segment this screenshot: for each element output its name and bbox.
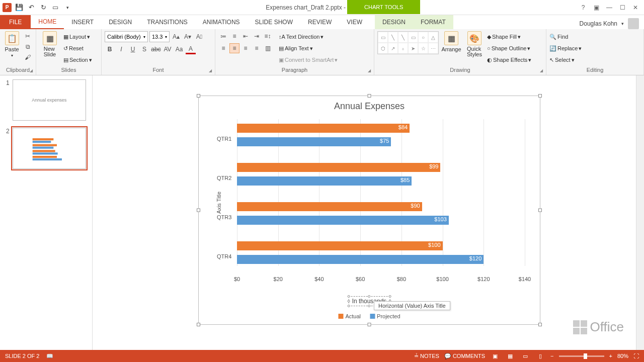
tab-chart-format[interactable]: FORMAT (413, 15, 453, 29)
cut-icon[interactable]: ✂ (23, 31, 33, 41)
columns-icon[interactable]: ▥ (263, 43, 273, 53)
zoom-in-button[interactable]: + (609, 353, 612, 359)
numbering-icon[interactable]: ≡ (229, 31, 239, 41)
select-button[interactable]: ↖ Select ▾ (549, 54, 582, 65)
reset-button[interactable]: ↺ Reset (63, 43, 92, 54)
save-icon[interactable]: 💾 (14, 3, 24, 13)
launcher-icon[interactable]: ◢ (30, 68, 33, 73)
close-icon[interactable]: ✕ (630, 3, 641, 13)
start-slideshow-icon[interactable]: ▭ (50, 3, 60, 13)
slideshow-view-icon[interactable]: ▯ (535, 352, 545, 360)
launcher-icon[interactable]: ◢ (540, 68, 543, 73)
avatar[interactable] (628, 18, 639, 29)
maximize-icon[interactable]: ☐ (617, 3, 628, 13)
qat-dropdown-icon[interactable]: ▾ (62, 3, 72, 13)
tab-animations[interactable]: ANIMATIONS (195, 15, 248, 29)
user-name[interactable]: Douglas Kohn (580, 20, 617, 27)
char-spacing-icon[interactable]: AV (163, 44, 173, 54)
ribbon-options-icon[interactable]: ▣ (591, 3, 602, 13)
align-right-icon[interactable]: ≡ (240, 43, 251, 53)
chart-legend[interactable]: Actual Projected (338, 313, 400, 319)
vertical-scrollbar[interactable] (636, 75, 644, 350)
shape-outline-button[interactable]: ○ Shape Outline ▾ (487, 43, 531, 54)
zoom-slider[interactable] (559, 355, 604, 357)
align-text-button[interactable]: ▤ Align Text ▾ (279, 43, 338, 54)
shape-fill-button[interactable]: ◆ Shape Fill ▾ (487, 31, 531, 42)
align-center-icon[interactable]: ≡ (229, 43, 239, 53)
font-size-input[interactable]: 13.3▾ (149, 31, 170, 42)
strike-button[interactable]: abc (151, 44, 161, 54)
decrease-indent-icon[interactable]: ⇤ (240, 31, 251, 41)
underline-button[interactable]: U (128, 44, 138, 54)
x-axis[interactable]: $0$20$40$60$80$100$120$140 (237, 276, 525, 286)
slide-thumbnail-2[interactable] (13, 128, 86, 169)
italic-button[interactable]: I (116, 44, 126, 54)
bar-actual[interactable]: $84 (237, 124, 410, 133)
tab-slideshow[interactable]: SLIDE SHOW (248, 15, 300, 29)
minimize-icon[interactable]: — (604, 3, 615, 13)
font-color-icon[interactable]: A (186, 44, 196, 54)
new-slide-button[interactable]: ▦New Slide (39, 31, 60, 57)
plot-area[interactable]: QTR1$84$75QTR2$99$85QTR3$90$103QTR4$100$… (237, 119, 525, 276)
tab-review[interactable]: REVIEW (300, 15, 339, 29)
tab-transitions[interactable]: TRANSITIONS (139, 15, 195, 29)
line-spacing-icon[interactable]: ≡↕ (263, 31, 273, 41)
tab-chart-design[interactable]: DESIGN (375, 15, 413, 29)
tab-design[interactable]: DESIGN (101, 15, 139, 29)
shadow-button[interactable]: S (139, 44, 149, 54)
arrange-button[interactable]: ▦Arrange (441, 31, 462, 52)
find-button[interactable]: 🔍 Find (549, 31, 582, 42)
zoom-level[interactable]: 80% (617, 353, 628, 359)
zoom-out-button[interactable]: − (550, 353, 553, 359)
user-dropdown-icon[interactable]: ▾ (621, 21, 624, 26)
slide-thumbnail-panel[interactable]: 1 Annual expenses 2 (0, 75, 93, 350)
justify-icon[interactable]: ≡ (252, 43, 262, 53)
app-icon[interactable]: P (2, 3, 12, 13)
tab-file[interactable]: FILE (0, 15, 31, 29)
reading-view-icon[interactable]: ▭ (520, 352, 530, 360)
smartart-button[interactable]: ▣ Convert to SmartArt ▾ (279, 54, 338, 65)
change-case-icon[interactable]: Aa (174, 44, 184, 54)
shapes-gallery[interactable]: ▭╲╲▭○△ ⬡↗⬨➤☆⋯ (377, 31, 439, 54)
comments-button[interactable]: 💬 COMMENTS (444, 353, 485, 359)
align-left-icon[interactable]: ≡ (218, 43, 228, 53)
slide-indicator[interactable]: SLIDE 2 OF 2 (5, 353, 39, 359)
bar-projected[interactable]: $103 (237, 216, 449, 225)
bullets-icon[interactable]: ≔ (218, 31, 228, 41)
section-button[interactable]: ▤ Section ▾ (63, 54, 92, 65)
format-painter-icon[interactable]: 🖌 (23, 52, 33, 62)
chart-title[interactable]: Annual Expenses (199, 96, 540, 112)
font-name-input[interactable]: Calibri (Body)▾ (105, 31, 148, 42)
grow-font-icon[interactable]: A▴ (171, 32, 181, 42)
increase-indent-icon[interactable]: ⇥ (252, 31, 262, 41)
copy-icon[interactable]: ⧉ (23, 42, 33, 52)
clear-format-icon[interactable]: A⃠ (194, 32, 204, 42)
quick-styles-button[interactable]: 🎨Quick Styles (464, 31, 485, 57)
bold-button[interactable]: B (105, 44, 115, 54)
slide[interactable]: Annual Expenses Axis Title QTR1$84$75QTR… (198, 96, 540, 325)
replace-button[interactable]: 🔄 Replace ▾ (549, 43, 582, 54)
tab-view[interactable]: VIEW (339, 15, 370, 29)
launcher-icon[interactable]: ◢ (209, 68, 212, 73)
bar-projected[interactable]: $120 (237, 255, 484, 264)
tab-insert[interactable]: INSERT (64, 15, 101, 29)
chart-object[interactable]: Annual Expenses Axis Title QTR1$84$75QTR… (199, 96, 540, 324)
bar-actual[interactable]: $90 (237, 202, 422, 211)
sorter-view-icon[interactable]: ▦ (505, 352, 515, 360)
bar-actual[interactable]: $100 (237, 241, 443, 250)
fit-to-window-icon[interactable]: ⛶ (633, 353, 639, 359)
redo-icon[interactable]: ↻ (38, 3, 48, 13)
shrink-font-icon[interactable]: A▾ (183, 32, 193, 42)
slide-thumbnail-1[interactable]: Annual expenses (13, 79, 86, 121)
layout-button[interactable]: ▦ Layout ▾ (63, 31, 92, 42)
paste-button[interactable]: 📋Paste▾ (3, 31, 21, 58)
bar-actual[interactable]: $99 (237, 163, 440, 172)
spell-check-icon[interactable]: 📖 (46, 353, 53, 359)
help-icon[interactable]: ? (578, 3, 589, 13)
notes-button[interactable]: ≟ NOTES (414, 353, 439, 359)
shape-effects-button[interactable]: ◐ Shape Effects ▾ (487, 54, 531, 65)
undo-icon[interactable]: ↶ (26, 3, 36, 13)
text-direction-button[interactable]: ↕A Text Direction ▾ (279, 31, 338, 42)
y-axis-title[interactable]: Axis Title (216, 192, 222, 214)
bar-projected[interactable]: $85 (237, 176, 412, 186)
